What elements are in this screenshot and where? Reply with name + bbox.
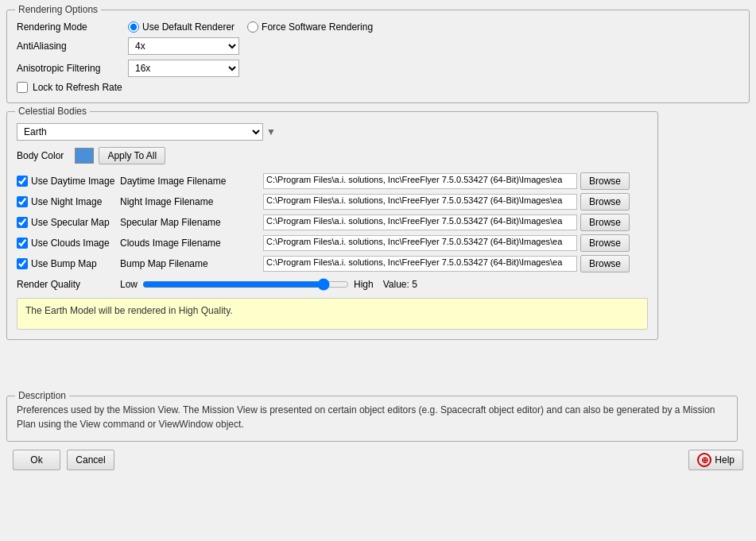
browse-button-0[interactable]: Browse <box>580 172 630 190</box>
file-row-path-3: C:\Program Files\a.i. solutions, Inc\Fre… <box>263 235 577 251</box>
render-quality-info: The Earth Model will be rendered in High… <box>17 298 648 330</box>
file-row-checkbox-2[interactable] <box>17 217 28 228</box>
quality-value-label: Value: 5 <box>383 279 417 290</box>
quality-high-label: High <box>354 279 374 290</box>
file-row-checkbox-label-0: Use Daytime Image <box>31 176 114 187</box>
help-icon: ⊕ <box>697 453 711 467</box>
rendering-mode-label: Rendering Mode <box>17 21 128 33</box>
file-row: Use Daytime Image Daytime Image Filename… <box>17 172 648 190</box>
browse-button-2[interactable]: Browse <box>580 214 630 231</box>
quality-slider[interactable] <box>142 277 349 292</box>
file-row-path-4: C:\Program Files\a.i. solutions, Inc\Fre… <box>263 256 577 272</box>
quality-low-label: Low <box>120 279 138 290</box>
apply-to-all-button[interactable]: Apply To All <box>99 147 165 164</box>
lock-refresh-checkbox[interactable] <box>17 82 28 93</box>
use-default-renderer-label: Use Default Renderer <box>142 21 235 33</box>
help-label: Help <box>715 454 735 466</box>
file-row-checkbox-label-2: Use Specular Map <box>31 217 110 228</box>
file-row-checkbox-label-3: Use Clouds Image <box>31 238 110 249</box>
file-row-checkbox-0[interactable] <box>17 176 28 187</box>
render-quality-label: Render Quality <box>17 279 120 290</box>
file-rows-container: Use Daytime Image Daytime Image Filename… <box>17 172 648 272</box>
file-row-checkbox-3[interactable] <box>17 238 28 249</box>
file-row-checkbox-label-1: Use Night Image <box>31 196 102 207</box>
description-text: Preferences used by the Mission View. Th… <box>17 403 727 431</box>
anisotropic-label: Anisotropic Filtering <box>17 63 128 74</box>
file-row: Use Clouds Image Clouds Image Filename C… <box>17 234 648 252</box>
antialiasing-select[interactable]: 4x 2x 8x 16x <box>128 37 239 55</box>
rendering-options-legend: Rendering Options <box>15 4 101 15</box>
cancel-button[interactable]: Cancel <box>67 450 114 470</box>
file-row-path-0: C:\Program Files\a.i. solutions, Inc\Fre… <box>263 173 577 189</box>
file-row-checkbox-4[interactable] <box>17 258 28 269</box>
rendering-mode-radio-group: Use Default Renderer Force Software Rend… <box>128 21 373 33</box>
file-row-checkbox-label-4: Use Bump Map <box>31 258 97 269</box>
file-row-path-2: C:\Program Files\a.i. solutions, Inc\Fre… <box>263 214 577 230</box>
bottom-buttons-bar: Ok Cancel ⊕ Help <box>6 450 750 470</box>
force-software-renderer-option[interactable]: Force Software Rendering <box>247 21 373 33</box>
render-quality-info-text: The Earth Model will be rendered in High… <box>25 305 233 316</box>
body-color-swatch[interactable] <box>75 148 94 164</box>
force-software-rendering-label: Force Software Rendering <box>262 21 373 33</box>
rendering-options-group: Rendering Options Rendering Mode Use Def… <box>6 10 750 103</box>
browse-button-4[interactable]: Browse <box>580 255 630 272</box>
lock-refresh-label: Lock to Refresh Rate <box>33 82 122 93</box>
browse-button-1[interactable]: Browse <box>580 193 630 211</box>
file-row-name-label-3: Clouds Image Filename <box>120 238 263 249</box>
antialiasing-label: AntiAliasing <box>17 41 128 52</box>
file-row-name-label-4: Bump Map Filename <box>120 258 263 269</box>
ok-button[interactable]: Ok <box>13 450 60 470</box>
body-color-label: Body Color <box>17 150 64 161</box>
description-group: Description Preferences used by the Miss… <box>6 396 738 442</box>
file-row: Use Specular Map Specular Map Filename C… <box>17 214 648 231</box>
use-default-renderer-option[interactable]: Use Default Renderer <box>128 21 235 33</box>
bottom-left-buttons: Ok Cancel <box>13 450 114 470</box>
celestial-body-select[interactable]: Earth Moon Sun Mars <box>17 123 263 141</box>
celestial-bodies-group: Celestial Bodies Earth Moon Sun Mars ▼ B… <box>6 111 658 340</box>
file-row-name-label-1: Night Image Filename <box>120 196 263 207</box>
description-legend: Description <box>15 390 69 401</box>
file-row-path-1: C:\Program Files\a.i. solutions, Inc\Fre… <box>263 194 577 210</box>
file-row: Use Bump Map Bump Map Filename C:\Progra… <box>17 255 648 272</box>
use-default-radio[interactable] <box>128 21 139 33</box>
bottom-right-buttons: ⊕ Help <box>688 450 743 470</box>
file-row-name-label-0: Daytime Image Filename <box>120 176 263 187</box>
file-row: Use Night Image Night Image Filename C:\… <box>17 193 648 211</box>
browse-button-3[interactable]: Browse <box>580 234 630 252</box>
celestial-bodies-legend: Celestial Bodies <box>15 106 90 117</box>
file-row-name-label-2: Specular Map Filename <box>120 217 263 228</box>
help-button[interactable]: ⊕ Help <box>688 450 743 470</box>
force-software-radio[interactable] <box>247 21 258 33</box>
file-row-checkbox-1[interactable] <box>17 196 28 207</box>
anisotropic-select[interactable]: 16x 2x 4x 8x <box>128 60 239 77</box>
